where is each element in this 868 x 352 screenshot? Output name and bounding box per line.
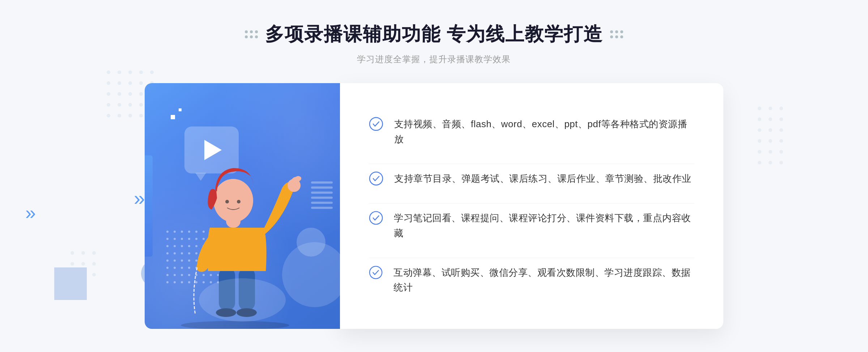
svg-point-60 bbox=[237, 200, 241, 203]
illustration-card bbox=[145, 83, 340, 329]
right-decoration-dots bbox=[610, 30, 623, 38]
svg-point-0 bbox=[107, 70, 110, 74]
stripe-decoration bbox=[311, 181, 333, 225]
feature-item-1: 支持视频、音频、flash、word、excel、ppt、pdf等各种格式的资源… bbox=[369, 110, 694, 154]
svg-point-29 bbox=[81, 262, 85, 266]
svg-point-16 bbox=[118, 103, 121, 107]
svg-point-43 bbox=[758, 139, 761, 143]
check-icon-4 bbox=[369, 265, 383, 280]
svg-point-4 bbox=[150, 70, 154, 74]
svg-point-50 bbox=[769, 161, 772, 164]
double-chevron-left-icon: » bbox=[134, 187, 140, 210]
svg-point-64 bbox=[370, 172, 383, 185]
title-row: 多项录播课辅助功能 专为线上教学打造 bbox=[245, 22, 623, 47]
svg-point-30 bbox=[92, 262, 96, 266]
svg-point-59 bbox=[225, 200, 229, 203]
feature-text-4: 互动弹幕、试听购买、微信分享、观看次数限制、学习进度跟踪、数据统计 bbox=[393, 265, 694, 295]
svg-point-15 bbox=[107, 103, 110, 107]
svg-point-28 bbox=[71, 262, 74, 266]
svg-point-7 bbox=[128, 81, 132, 85]
svg-point-34 bbox=[758, 107, 761, 110]
svg-point-10 bbox=[107, 92, 110, 96]
svg-point-40 bbox=[758, 128, 761, 132]
svg-point-22 bbox=[128, 114, 132, 117]
svg-point-38 bbox=[769, 117, 772, 121]
svg-point-17 bbox=[128, 103, 132, 107]
svg-point-13 bbox=[139, 92, 143, 96]
svg-point-21 bbox=[118, 114, 121, 117]
svg-point-1 bbox=[118, 70, 121, 74]
svg-point-42 bbox=[779, 128, 783, 132]
svg-point-65 bbox=[370, 211, 382, 224]
svg-point-33 bbox=[92, 273, 96, 276]
svg-point-46 bbox=[758, 150, 761, 154]
svg-point-35 bbox=[769, 107, 772, 110]
svg-point-52 bbox=[181, 321, 289, 329]
svg-point-63 bbox=[370, 117, 383, 130]
svg-point-37 bbox=[758, 117, 761, 121]
svg-point-49 bbox=[758, 161, 761, 164]
main-content-area: » bbox=[145, 83, 723, 329]
svg-point-48 bbox=[779, 150, 783, 154]
svg-point-2 bbox=[128, 70, 132, 74]
svg-point-36 bbox=[779, 107, 783, 110]
header-section: 多项录播课辅助功能 专为线上教学打造 学习进度全掌握，提升录播课教学效果 bbox=[245, 22, 623, 65]
svg-point-25 bbox=[71, 251, 74, 255]
feature-item-4: 互动弹幕、试听购买、微信分享、观看次数限制、学习进度跟踪、数据统计 bbox=[369, 258, 694, 302]
check-icon-3 bbox=[369, 211, 383, 225]
check-icon-2 bbox=[369, 171, 383, 186]
left-outer-decorations: » bbox=[25, 203, 32, 229]
feature-item-2: 支持章节目录、弹题考试、课后练习、课后作业、章节测验、批改作业 bbox=[369, 164, 694, 194]
svg-point-8 bbox=[139, 81, 143, 85]
svg-point-11 bbox=[118, 92, 121, 96]
svg-point-62 bbox=[199, 278, 286, 322]
svg-point-44 bbox=[769, 139, 772, 143]
svg-point-23 bbox=[139, 114, 143, 117]
feature-text-1: 支持视频、音频、flash、word、excel、ppt、pdf等各种格式的资源… bbox=[394, 117, 694, 147]
svg-point-5 bbox=[107, 81, 110, 85]
left-chevron-container: » bbox=[134, 187, 140, 210]
outer-circle-large bbox=[54, 267, 87, 300]
svg-point-26 bbox=[81, 251, 85, 255]
svg-point-27 bbox=[92, 251, 96, 255]
svg-point-41 bbox=[769, 128, 772, 132]
blue-side-tab bbox=[145, 155, 153, 257]
svg-point-66 bbox=[370, 266, 382, 278]
svg-point-12 bbox=[128, 92, 132, 96]
svg-point-45 bbox=[779, 139, 783, 143]
svg-point-20 bbox=[107, 114, 110, 117]
left-chevron-icon: » bbox=[25, 203, 32, 222]
svg-point-47 bbox=[769, 150, 772, 154]
left-decoration-dots bbox=[245, 30, 258, 38]
svg-point-51 bbox=[779, 161, 783, 164]
page-title: 多项录播课辅助功能 专为线上教学打造 bbox=[265, 22, 603, 47]
svg-point-18 bbox=[139, 103, 143, 107]
features-panel: 支持视频、音频、flash、word、excel、ppt、pdf等各种格式的资源… bbox=[340, 83, 723, 329]
page-container: 多项录播课辅助功能 专为线上教学打造 学习进度全掌握，提升录播课教学效果 » bbox=[0, 0, 868, 352]
feature-text-3: 学习笔记回看、课程提问、课程评论打分、课件资料下载，重点内容收藏 bbox=[394, 211, 694, 241]
page-subtitle: 学习进度全掌握，提升录播课教学效果 bbox=[245, 53, 623, 65]
svg-point-6 bbox=[118, 81, 121, 85]
person-illustration bbox=[163, 148, 307, 329]
check-icon-1 bbox=[369, 117, 383, 131]
svg-point-3 bbox=[139, 70, 143, 74]
feature-text-2: 支持章节目录、弹题考试、课后练习、课后作业、章节测验、批改作业 bbox=[394, 171, 692, 186]
svg-point-58 bbox=[213, 179, 253, 222]
feature-item-3: 学习笔记回看、课程提问、课程评论打分、课件资料下载，重点内容收藏 bbox=[369, 203, 694, 248]
svg-point-39 bbox=[779, 117, 783, 121]
